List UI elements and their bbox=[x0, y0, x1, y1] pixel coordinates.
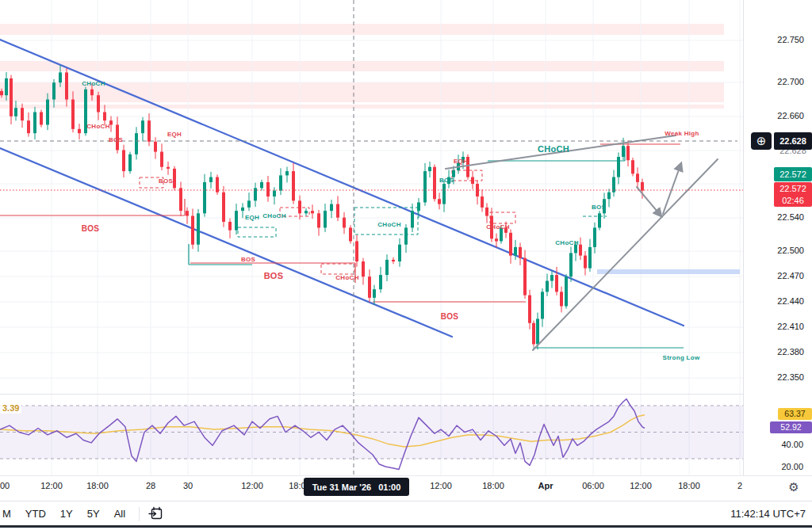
structure-label-bos[interactable]: BOS bbox=[264, 271, 284, 280]
structure-label-bos[interactable]: BOS bbox=[82, 224, 100, 233]
time-tick: 2 bbox=[737, 481, 742, 490]
rsi-tick-20: 20.00 bbox=[781, 462, 803, 471]
price-axis[interactable]: 22.75022.70022.66022.54022.50022.47022.4… bbox=[743, 0, 812, 475]
candle-body bbox=[579, 245, 582, 256]
candle-body bbox=[355, 241, 358, 261]
countdown-timer: 02:46 bbox=[774, 195, 812, 207]
clock-timezone[interactable]: 11:42:14 UTC+7 bbox=[730, 508, 806, 520]
structure-label-bos[interactable]: BOS bbox=[241, 256, 255, 263]
structure-label-eqh[interactable]: EQH bbox=[454, 158, 468, 165]
structure-label-choch[interactable]: CHoCH bbox=[538, 144, 569, 154]
chart-plot-area[interactable] bbox=[0, 0, 743, 475]
time-tick: 18:00 bbox=[678, 481, 700, 490]
structure-label-choch[interactable]: CHoCH bbox=[335, 274, 359, 281]
candle-body bbox=[33, 112, 36, 134]
price-tick: 22.410 bbox=[777, 322, 804, 331]
range-button-all[interactable]: All bbox=[107, 505, 132, 522]
candle-body bbox=[209, 177, 213, 182]
structure-label-choch[interactable]: CHoCH bbox=[555, 239, 579, 246]
candle-body bbox=[349, 227, 352, 241]
candle-body bbox=[222, 193, 225, 222]
candle-body bbox=[247, 200, 251, 208]
add-alert-plus-icon[interactable]: ⊕ bbox=[751, 132, 772, 150]
candle-body bbox=[555, 275, 558, 292]
crosshair-price-label: 22.628 bbox=[774, 132, 812, 150]
price-tick: 22.660 bbox=[777, 111, 804, 120]
last-price-label: 22.572 bbox=[774, 167, 812, 181]
candle-body bbox=[368, 276, 371, 298]
structure-label-bos[interactable]: BOS bbox=[159, 177, 173, 185]
structure-label-choch[interactable]: CHoCH bbox=[486, 223, 510, 231]
candle-body bbox=[428, 167, 431, 171]
candle-body bbox=[519, 247, 522, 258]
candle-body bbox=[536, 318, 539, 344]
candle-body bbox=[588, 247, 592, 269]
structure-label-choch[interactable]: CHoCH bbox=[262, 212, 286, 219]
structure-label-choch[interactable]: CHoCH bbox=[377, 221, 401, 228]
candle-body bbox=[550, 275, 553, 280]
structure-label-bos[interactable]: BOS bbox=[592, 204, 606, 211]
candle-body bbox=[21, 108, 24, 120]
candle-body bbox=[298, 200, 301, 213]
price-tick: 22.380 bbox=[777, 347, 804, 357]
candle-body bbox=[304, 211, 308, 213]
candle-body bbox=[379, 275, 382, 289]
structure-label-strong-low[interactable]: Strong Low bbox=[663, 354, 700, 361]
candle-body bbox=[593, 227, 596, 246]
range-button-ytd[interactable]: YTD bbox=[18, 505, 53, 522]
candle-body bbox=[495, 238, 498, 241]
candle-body bbox=[273, 191, 276, 196]
candle-body bbox=[65, 72, 68, 99]
range-button-1y[interactable]: 1Y bbox=[53, 505, 80, 522]
range-button-5y[interactable]: 5Y bbox=[80, 505, 107, 522]
candle-body bbox=[122, 150, 125, 171]
candle-body bbox=[385, 260, 389, 275]
time-axis-settings-gear-icon[interactable]: ⚙ bbox=[785, 479, 802, 496]
candle-body bbox=[154, 142, 157, 152]
candle-body bbox=[631, 160, 634, 173]
candle-body bbox=[292, 171, 295, 200]
price-tick: 22.750 bbox=[777, 35, 804, 44]
candle-body bbox=[191, 216, 194, 245]
structure-label-eqh[interactable]: EQH bbox=[167, 131, 182, 138]
supply-zone bbox=[0, 24, 724, 35]
structure-label-bos[interactable]: BOS bbox=[439, 177, 454, 184]
time-tick: 30 bbox=[183, 481, 193, 490]
candle-body bbox=[235, 211, 238, 230]
range-button-m[interactable]: M bbox=[0, 505, 18, 522]
pane-separator[interactable] bbox=[0, 394, 812, 395]
structure-label-weak-high[interactable]: Weak High bbox=[665, 130, 699, 137]
structure-label-choch[interactable]: CHoCH bbox=[86, 123, 110, 130]
candle-body bbox=[398, 245, 401, 261]
candle-body bbox=[523, 258, 527, 296]
candle-body bbox=[52, 82, 56, 99]
go-to-date-calendar-icon[interactable] bbox=[147, 505, 164, 522]
countdown-price: 22.572 bbox=[774, 183, 812, 195]
time-tick: 06:00 bbox=[582, 481, 604, 490]
candle-body bbox=[541, 292, 544, 318]
candle-body bbox=[617, 157, 620, 177]
candle-body bbox=[411, 211, 414, 227]
time-tick: 28 bbox=[146, 481, 155, 490]
candle-body bbox=[336, 204, 339, 218]
structure-label-bos[interactable]: BOS bbox=[109, 136, 123, 143]
candle-body bbox=[103, 112, 106, 121]
time-axis-separator bbox=[0, 475, 812, 476]
price-tick: 22.700 bbox=[777, 77, 804, 86]
structure-label-bos[interactable]: BOS bbox=[441, 312, 459, 321]
candle-body bbox=[0, 91, 3, 95]
price-tick: 22.470 bbox=[777, 271, 804, 280]
candle-body bbox=[636, 173, 639, 182]
candle-body bbox=[514, 247, 517, 256]
structure-label-choch[interactable]: CHoCH bbox=[82, 80, 105, 87]
candle-body bbox=[59, 72, 62, 82]
time-tick: 12:00 bbox=[40, 481, 63, 490]
candle-body bbox=[373, 289, 376, 298]
candle-body bbox=[423, 171, 427, 202]
candle-body bbox=[173, 169, 176, 188]
structure-label-eqh[interactable]: EQH bbox=[245, 214, 259, 221]
candle-body bbox=[5, 78, 8, 95]
price-tick: 22.350 bbox=[777, 372, 804, 382]
candle-body bbox=[528, 296, 531, 323]
candle-body bbox=[509, 233, 512, 256]
